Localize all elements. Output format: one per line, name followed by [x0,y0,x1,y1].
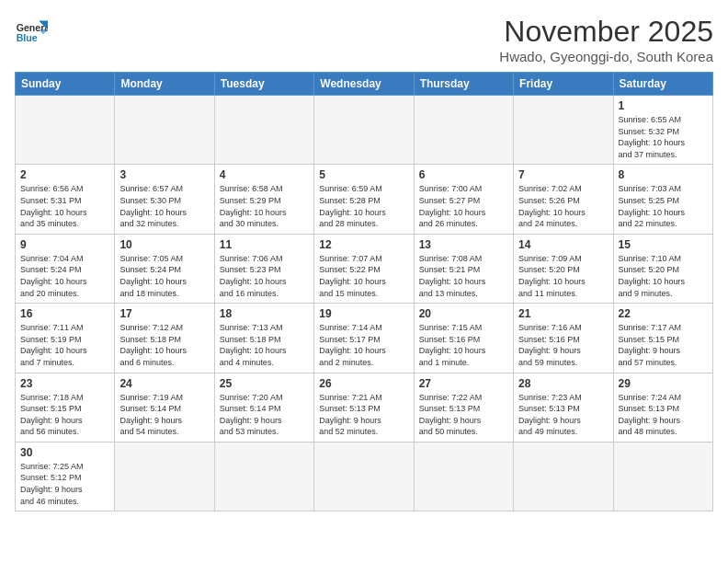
day-number: 26 [319,377,408,390]
calendar-cell: 5Sunrise: 6:59 AM Sunset: 5:28 PM Daylig… [314,165,414,234]
calendar-cell: 26Sunrise: 7:21 AM Sunset: 5:13 PM Dayli… [314,373,414,442]
calendar-cell: 8Sunrise: 7:03 AM Sunset: 5:25 PM Daylig… [613,165,712,234]
day-info: Sunrise: 7:10 AM Sunset: 5:20 PM Dayligh… [619,253,708,299]
day-number: 2 [20,168,109,181]
day-info: Sunrise: 7:03 AM Sunset: 5:25 PM Dayligh… [619,183,708,229]
day-number: 15 [619,238,708,251]
day-number: 17 [119,307,209,320]
calendar-cell [314,442,414,511]
calendar-cell: 13Sunrise: 7:08 AM Sunset: 5:21 PM Dayli… [414,234,513,303]
day-number: 11 [220,238,309,251]
day-info: Sunrise: 6:59 AM Sunset: 5:28 PM Dayligh… [319,183,408,229]
day-info: Sunrise: 7:14 AM Sunset: 5:17 PM Dayligh… [319,322,408,368]
calendar-cell [115,442,214,511]
day-number: 21 [518,307,608,320]
day-number: 14 [518,238,608,251]
weekday-header-row: SundayMondayTuesdayWednesdayThursdayFrid… [16,73,713,96]
calendar-cell: 14Sunrise: 7:09 AM Sunset: 5:20 PM Dayli… [514,234,613,303]
day-info: Sunrise: 7:16 AM Sunset: 5:16 PM Dayligh… [518,322,608,368]
day-number: 19 [319,307,408,320]
location: Hwado, Gyeonggi-do, South Korea [499,49,713,64]
weekday-header-friday: Friday [514,73,613,96]
calendar-cell: 28Sunrise: 7:23 AM Sunset: 5:13 PM Dayli… [514,373,613,442]
calendar-cell [314,96,414,165]
weekday-header-thursday: Thursday [414,73,513,96]
day-info: Sunrise: 7:25 AM Sunset: 5:12 PM Dayligh… [20,461,109,507]
calendar-table: SundayMondayTuesdayWednesdayThursdayFrid… [15,72,713,511]
day-number: 3 [119,168,209,181]
day-info: Sunrise: 7:18 AM Sunset: 5:15 PM Dayligh… [20,392,109,438]
calendar-cell: 12Sunrise: 7:07 AM Sunset: 5:22 PM Dayli… [314,234,414,303]
day-number: 1 [619,99,708,112]
day-info: Sunrise: 7:23 AM Sunset: 5:13 PM Dayligh… [518,392,608,438]
day-info: Sunrise: 7:11 AM Sunset: 5:19 PM Dayligh… [20,322,109,368]
day-info: Sunrise: 6:56 AM Sunset: 5:31 PM Dayligh… [20,183,109,229]
day-info: Sunrise: 7:17 AM Sunset: 5:15 PM Dayligh… [619,322,708,368]
day-info: Sunrise: 7:15 AM Sunset: 5:16 PM Dayligh… [419,322,508,368]
day-info: Sunrise: 7:20 AM Sunset: 5:14 PM Dayligh… [220,392,309,438]
day-info: Sunrise: 7:22 AM Sunset: 5:13 PM Dayligh… [419,392,508,438]
calendar-week-row: 1Sunrise: 6:55 AM Sunset: 5:32 PM Daylig… [16,96,713,165]
calendar-cell: 17Sunrise: 7:12 AM Sunset: 5:18 PM Dayli… [115,304,214,373]
day-info: Sunrise: 7:19 AM Sunset: 5:14 PM Dayligh… [119,392,209,438]
calendar-cell [214,442,313,511]
svg-text:Blue: Blue [17,32,38,43]
day-number: 28 [518,377,608,390]
day-info: Sunrise: 6:57 AM Sunset: 5:30 PM Dayligh… [119,183,209,229]
calendar-cell: 18Sunrise: 7:13 AM Sunset: 5:18 PM Dayli… [214,304,313,373]
weekday-header-wednesday: Wednesday [314,73,414,96]
calendar-week-row: 23Sunrise: 7:18 AM Sunset: 5:15 PM Dayli… [16,373,713,442]
calendar-cell: 29Sunrise: 7:24 AM Sunset: 5:13 PM Dayli… [613,373,712,442]
day-info: Sunrise: 7:09 AM Sunset: 5:20 PM Dayligh… [518,253,608,299]
calendar-cell: 30Sunrise: 7:25 AM Sunset: 5:12 PM Dayli… [16,442,115,511]
calendar-week-row: 16Sunrise: 7:11 AM Sunset: 5:19 PM Dayli… [16,304,713,373]
calendar-cell: 19Sunrise: 7:14 AM Sunset: 5:17 PM Dayli… [314,304,414,373]
day-info: Sunrise: 7:06 AM Sunset: 5:23 PM Dayligh… [220,253,309,299]
weekday-header-tuesday: Tuesday [214,73,313,96]
month-title: November 2025 [499,15,713,49]
title-block: November 2025 Hwado, Gyeonggi-do, South … [499,15,713,64]
calendar-cell: 16Sunrise: 7:11 AM Sunset: 5:19 PM Dayli… [16,304,115,373]
day-info: Sunrise: 7:21 AM Sunset: 5:13 PM Dayligh… [319,392,408,438]
calendar-cell [514,96,613,165]
day-info: Sunrise: 7:08 AM Sunset: 5:21 PM Dayligh… [419,253,508,299]
day-number: 12 [319,238,408,251]
calendar-cell [115,96,214,165]
calendar-cell: 27Sunrise: 7:22 AM Sunset: 5:13 PM Dayli… [414,373,513,442]
day-number: 4 [220,168,309,181]
calendar-cell: 1Sunrise: 6:55 AM Sunset: 5:32 PM Daylig… [613,96,712,165]
calendar-cell: 25Sunrise: 7:20 AM Sunset: 5:14 PM Dayli… [214,373,313,442]
day-info: Sunrise: 7:05 AM Sunset: 5:24 PM Dayligh… [119,253,209,299]
calendar-cell: 10Sunrise: 7:05 AM Sunset: 5:24 PM Dayli… [115,234,214,303]
calendar-week-row: 30Sunrise: 7:25 AM Sunset: 5:12 PM Dayli… [16,442,713,511]
calendar-cell: 4Sunrise: 6:58 AM Sunset: 5:29 PM Daylig… [214,165,313,234]
day-number: 30 [20,446,109,459]
day-number: 24 [119,377,209,390]
calendar-cell: 23Sunrise: 7:18 AM Sunset: 5:15 PM Dayli… [16,373,115,442]
calendar-cell: 6Sunrise: 7:00 AM Sunset: 5:27 PM Daylig… [414,165,513,234]
day-info: Sunrise: 7:24 AM Sunset: 5:13 PM Dayligh… [619,392,708,438]
day-info: Sunrise: 7:13 AM Sunset: 5:18 PM Dayligh… [220,322,309,368]
day-number: 8 [619,168,708,181]
calendar-cell [414,96,513,165]
calendar-cell [214,96,313,165]
calendar-cell: 9Sunrise: 7:04 AM Sunset: 5:24 PM Daylig… [16,234,115,303]
day-number: 5 [319,168,408,181]
calendar-cell [613,442,712,511]
calendar-cell [414,442,513,511]
calendar-cell: 15Sunrise: 7:10 AM Sunset: 5:20 PM Dayli… [613,234,712,303]
day-number: 7 [518,168,608,181]
day-info: Sunrise: 7:00 AM Sunset: 5:27 PM Dayligh… [419,183,508,229]
day-number: 22 [619,307,708,320]
day-number: 10 [119,238,209,251]
calendar-cell: 24Sunrise: 7:19 AM Sunset: 5:14 PM Dayli… [115,373,214,442]
day-number: 18 [220,307,309,320]
day-info: Sunrise: 7:02 AM Sunset: 5:26 PM Dayligh… [518,183,608,229]
day-number: 23 [20,377,109,390]
day-number: 6 [419,168,508,181]
calendar-cell [16,96,115,165]
calendar-cell: 21Sunrise: 7:16 AM Sunset: 5:16 PM Dayli… [514,304,613,373]
calendar-cell: 11Sunrise: 7:06 AM Sunset: 5:23 PM Dayli… [214,234,313,303]
day-number: 16 [20,307,109,320]
day-info: Sunrise: 6:55 AM Sunset: 5:32 PM Dayligh… [619,114,708,160]
